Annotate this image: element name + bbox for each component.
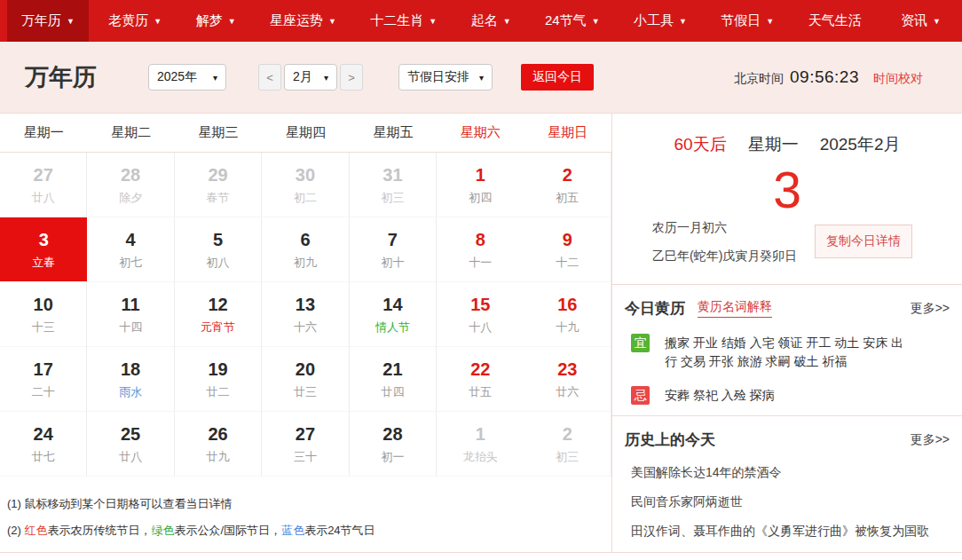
day-lunar-label: 廿六 — [556, 386, 579, 398]
calendar-day-cell[interactable]: 29 春节 — [175, 153, 262, 217]
nav-item[interactable]: 十二生肖 ▼ — [356, 0, 451, 42]
nav-item[interactable]: 起名 ▼ — [457, 0, 525, 42]
calendar-day-cell[interactable]: 16 十九 — [524, 282, 611, 347]
today-summary-section: 60天后 星期一 2025年2月 3 农历一月初六 乙巳年(蛇年)戊寅月癸卯日 … — [612, 114, 962, 284]
calendar-day-cell[interactable]: 1 初四 — [437, 153, 524, 217]
nav-item[interactable]: 解梦 ▼ — [182, 0, 250, 42]
holiday-schedule-select[interactable]: 节假日安排 ▾ — [398, 64, 493, 91]
calendar-day-cell[interactable]: 23 廿六 — [524, 347, 611, 412]
time-calibrate-link[interactable]: 时间校对 — [873, 71, 923, 87]
calendar-day-cell[interactable]: 17 二十 — [0, 347, 87, 412]
yi-activities: 搬家 开业 结婚 入宅 领证 开工 动土 安床 出行 交易 开张 旅游 求嗣 破… — [665, 334, 913, 371]
calendar-toolbar: 万年历 2025年 ▾ < 2月 ▾ > 节假日安排 ▾ 返回今日 北京时间 0… — [0, 42, 962, 114]
calendar-day-cell[interactable]: 14 情人节 — [350, 282, 437, 347]
nav-item[interactable]: 星座运势 ▼ — [256, 0, 351, 42]
legend-green-label: 绿色 — [152, 524, 175, 537]
next-month-button[interactable]: > — [340, 64, 363, 91]
calendar-day-cell[interactable]: 5 初八 — [175, 217, 262, 282]
today-lunar-info: 农历一月初六 乙巳年(蛇年)戊寅月癸卯日 — [652, 221, 797, 262]
calendar-day-cell[interactable]: 4 初七 — [87, 217, 174, 282]
day-lunar-label: 初七 — [119, 256, 142, 268]
ji-badge: 忌 — [631, 386, 650, 405]
calendar-day-cell[interactable]: 8 十一 — [437, 217, 524, 282]
history-more-link[interactable]: 更多>> — [911, 432, 950, 448]
calendar-day-cell[interactable]: 20 廿三 — [262, 347, 349, 412]
calendar-day-cell[interactable]: 11 十四 — [87, 282, 174, 347]
history-section: 历史上的今天 更多>> 美国解除长达14年的禁酒令 民间音乐家阿炳逝世 田汉作词… — [612, 415, 962, 552]
day-lunar-label: 廿二 — [207, 386, 230, 398]
nav-item[interactable]: 小工具 ▼ — [619, 0, 701, 42]
day-lunar-label: 三十 — [294, 451, 317, 462]
nav-item[interactable]: 资讯 ▼ — [887, 0, 955, 42]
prev-month-button[interactable]: < — [258, 64, 281, 91]
calendar-day-cell[interactable]: 1 龙抬头 — [437, 412, 524, 477]
day-number: 14 — [382, 296, 402, 313]
nav-item-label: 节假日 — [721, 12, 761, 29]
nav-item[interactable]: 老黄历 ▼ — [94, 0, 176, 42]
copy-today-detail-button[interactable]: 复制今日详情 — [815, 225, 912, 258]
calendar-day-cell[interactable]: 27 三十 — [262, 412, 349, 477]
huangli-glossary-link[interactable]: 黄历名词解释 — [698, 299, 772, 318]
calendar-day-cell[interactable]: 28 除夕 — [87, 153, 174, 217]
day-number: 9 — [563, 231, 572, 248]
calendar-day-cell[interactable]: 22 廿五 — [437, 347, 524, 412]
history-item[interactable]: 民间音乐家阿炳逝世 — [625, 494, 950, 509]
calendar-day-cell[interactable]: 12 元宵节 — [175, 282, 262, 347]
nav-item[interactable]: 节假日 ▼ — [706, 0, 788, 42]
day-lunar-label: 十二 — [556, 256, 579, 268]
weekday-label: 星期六 — [437, 124, 524, 141]
year-select[interactable]: 2025年 ▾ — [148, 64, 226, 91]
month-select[interactable]: 2月 ▾ — [284, 64, 337, 91]
note2-seg2: 表示公众/国际节日， — [175, 524, 282, 537]
calendar-day-cell[interactable]: 9 十二 — [524, 217, 611, 282]
weekday-label: 星期日 — [524, 124, 611, 141]
day-lunar-label: 廿五 — [469, 386, 492, 398]
wannianli-page: 万年历 ▼ 老黄历 ▼ 解梦 ▼ 星座运势 ▼ 十二生肖 ▼ — [0, 0, 962, 560]
nav-item[interactable]: 24节气 ▼ — [531, 0, 614, 42]
day-number: 2 — [563, 425, 572, 443]
calendar-day-cell[interactable]: 7 初十 — [350, 217, 437, 282]
calendar-day-cell[interactable]: 28 初一 — [350, 412, 437, 477]
chevron-down-icon: ▼ — [328, 18, 336, 26]
day-lunar-label: 初三 — [556, 451, 579, 462]
calendar-day-cell[interactable]: 30 初二 — [262, 153, 349, 217]
calendar-day-cell[interactable]: 21 廿四 — [350, 347, 437, 412]
nav-item[interactable]: 天气生活 — [794, 0, 881, 42]
calendar-day-cell[interactable]: 19 廿二 — [175, 347, 262, 412]
calendar-day-cell[interactable]: 31 初三 — [350, 153, 437, 217]
day-number: 28 — [121, 166, 140, 184]
day-lunar-label: 十四 — [119, 321, 142, 333]
month-select-value: 2月 — [293, 69, 312, 85]
calendar-day-cell[interactable]: 27 廿八 — [0, 153, 87, 217]
calendar-day-cell[interactable]: 25 廿八 — [87, 412, 174, 477]
calendar-day-cell[interactable]: 6 初九 — [262, 217, 349, 282]
calendar-day-cell[interactable]: 26 廿九 — [175, 412, 262, 477]
day-number: 26 — [208, 425, 227, 443]
day-lunar-label: 元宵节 — [201, 321, 235, 333]
back-to-today-button[interactable]: 返回今日 — [521, 64, 594, 91]
calendar-day-cell[interactable]: 18 雨水 — [87, 347, 174, 412]
day-number: 27 — [34, 166, 53, 184]
select-caret-icon: ▾ — [324, 73, 328, 83]
history-list: 美国解除长达14年的禁酒令 民间音乐家阿炳逝世 田汉作词、聂耳作曲的《义勇军进行… — [625, 465, 950, 538]
chevron-down-icon: ▼ — [228, 18, 236, 26]
day-number: 5 — [213, 231, 223, 248]
day-lunar-label: 二十 — [32, 386, 55, 398]
main-area: 星期一 星期二 星期三 星期四 星期五 星期六 星期日 27 — [0, 114, 962, 553]
calendar-day-cell[interactable]: 13 十六 — [262, 282, 349, 347]
nav-item-label: 起名 — [471, 12, 498, 29]
calendar-day-cell[interactable]: 24 廿七 — [0, 412, 87, 477]
calendar-day-cell[interactable]: 10 十三 — [0, 282, 87, 347]
calendar-day-cell[interactable]: 2 初三 — [524, 412, 611, 477]
calendar-day-cell[interactable]: 3 立春 — [0, 217, 87, 282]
huangli-more-link[interactable]: 更多>> — [911, 301, 950, 317]
nav-item[interactable]: 万年历 ▼ — [7, 0, 89, 42]
day-number: 30 — [296, 166, 315, 184]
day-lunar-label: 十六 — [294, 321, 317, 333]
day-lunar-label: 十九 — [556, 321, 579, 333]
huangli-title: 今日黄历 — [625, 298, 685, 319]
calendar-day-cell[interactable]: 15 十八 — [437, 282, 524, 347]
history-item[interactable]: 田汉作词、聂耳作曲的《义勇军进行曲》被恢复为国歌 — [625, 524, 950, 538]
history-item[interactable]: 美国解除长达14年的禁酒令 — [625, 465, 950, 479]
calendar-day-cell[interactable]: 2 初五 — [524, 153, 611, 217]
